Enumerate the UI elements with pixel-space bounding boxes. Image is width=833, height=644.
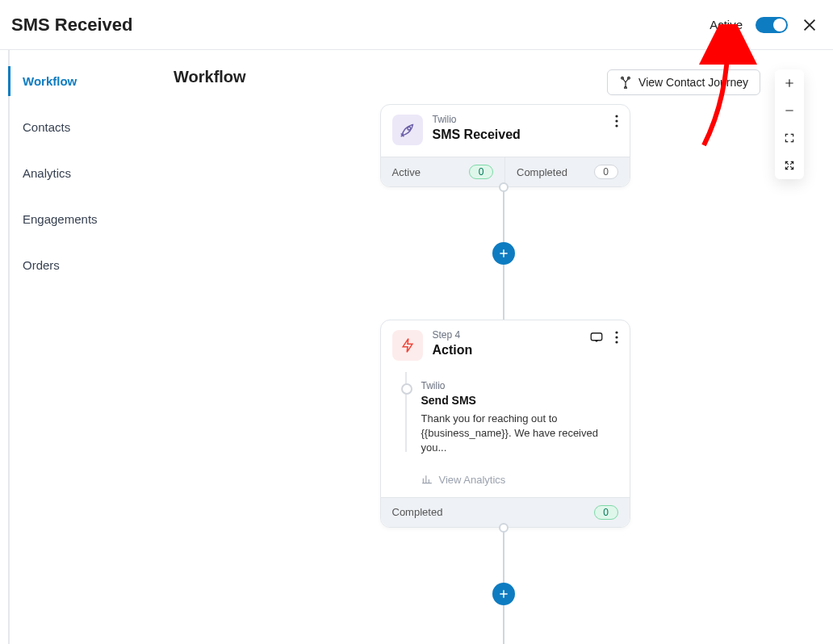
- trigger-active-count: 0: [469, 165, 493, 179]
- fit-screen-button[interactable]: [775, 124, 804, 152]
- connector-1: [503, 187, 504, 242]
- connector-4: [503, 605, 504, 644]
- zoom-in-button[interactable]: [775, 69, 804, 97]
- svg-point-1: [615, 115, 617, 117]
- rocket-icon: [392, 115, 423, 145]
- sidebar-item-engagements[interactable]: Engagements: [10, 204, 174, 234]
- action-substep[interactable]: Twilio Send SMS Thank you for reaching o…: [397, 372, 617, 462]
- svg-point-3: [615, 124, 617, 127]
- trigger-title: SMS Received: [433, 128, 605, 142]
- connector-3: [503, 528, 504, 583]
- substep-source: Twilio: [421, 380, 617, 391]
- close-icon[interactable]: [801, 16, 818, 34]
- fullscreen-button[interactable]: [775, 152, 804, 179]
- add-step-button-1[interactable]: [492, 242, 515, 265]
- add-step-button-2[interactable]: [492, 583, 515, 605]
- bar-chart-icon: [421, 474, 433, 485]
- trigger-source: Twilio: [433, 115, 605, 124]
- svg-point-5: [615, 331, 617, 333]
- lightning-icon: [392, 330, 423, 361]
- sidebar-item-workflow[interactable]: Workflow: [10, 66, 174, 96]
- action-completed-stat: Completed 0: [381, 498, 630, 527]
- svg-point-6: [615, 336, 617, 338]
- sidebar-item-orders[interactable]: Orders: [10, 250, 174, 280]
- svg-point-7: [615, 341, 617, 343]
- branch-icon: [619, 76, 632, 89]
- view-contact-journey-button[interactable]: View Contact Journey: [607, 69, 760, 95]
- sidebar-item-contacts[interactable]: Contacts: [10, 112, 174, 142]
- sidebar: Workflow Contacts Analytics Engagements …: [8, 50, 174, 644]
- comment-icon[interactable]: [589, 330, 604, 345]
- trigger-completed-count: 0: [594, 165, 618, 179]
- action-completed-count: 0: [594, 505, 618, 520]
- trigger-card[interactable]: Twilio SMS Received Active 0: [380, 104, 630, 187]
- top-bar: SMS Received Active: [0, 0, 833, 50]
- svg-rect-4: [591, 333, 602, 341]
- substep-title: Send SMS: [421, 394, 617, 407]
- svg-point-0: [408, 127, 411, 130]
- view-analytics-link[interactable]: View Analytics: [421, 474, 617, 486]
- trigger-completed-stat: Completed 0: [504, 157, 630, 186]
- zoom-panel: [775, 69, 804, 179]
- connector-2: [503, 265, 504, 320]
- active-toggle[interactable]: [756, 17, 788, 33]
- active-toggle-label: Active: [710, 18, 743, 31]
- action-title: Action: [433, 343, 580, 358]
- trigger-menu-icon[interactable]: [615, 115, 618, 128]
- top-right-controls: Active: [710, 16, 818, 34]
- sidebar-item-analytics[interactable]: Analytics: [10, 158, 174, 188]
- main-panel: Workflow Twilio SMS Received: [174, 50, 833, 644]
- page-title: SMS Received: [11, 15, 132, 36]
- flow-canvas[interactable]: Twilio SMS Received Active 0: [174, 86, 833, 644]
- svg-point-10: [625, 86, 627, 89]
- action-card[interactable]: Step 4 Action: [380, 320, 630, 528]
- substep-preview: Thank you for reaching out to {{business…: [421, 412, 617, 456]
- svg-point-2: [615, 119, 617, 122]
- zoom-out-button[interactable]: [775, 97, 804, 124]
- action-step-label: Step 4: [433, 330, 580, 340]
- action-menu-icon[interactable]: [615, 331, 618, 344]
- trigger-active-stat: Active 0: [381, 157, 505, 186]
